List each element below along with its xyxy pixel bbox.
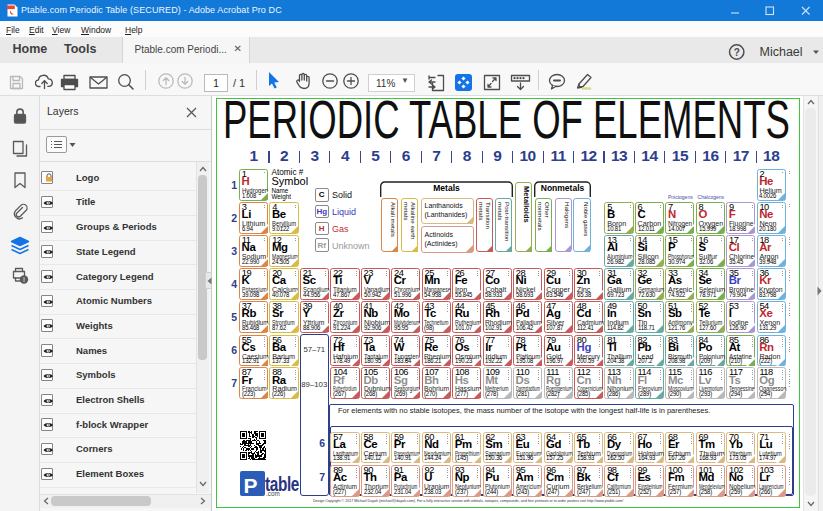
svg-text:?: ? [734,47,740,58]
svg-text:i: i [23,276,24,283]
svg-text:Michael: Michael [760,45,803,59]
